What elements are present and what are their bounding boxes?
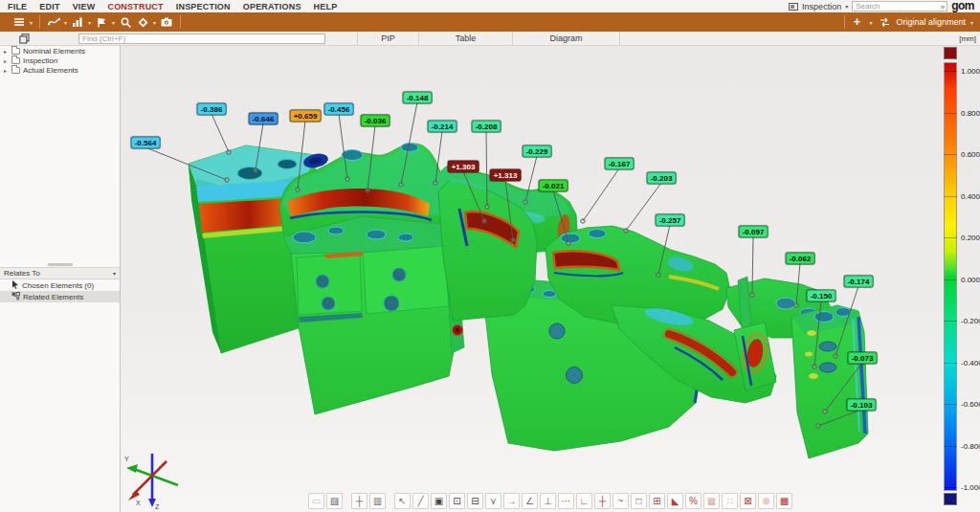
- toolbar-separator: [844, 15, 845, 29]
- leader-endpoint-marker: [813, 365, 816, 368]
- tree-item-actual-elements[interactable]: ▸Actual Elements: [0, 65, 120, 75]
- chevron-down-icon[interactable]: ▾: [969, 19, 974, 26]
- deviation-label[interactable]: -0.208: [472, 121, 501, 133]
- chevron-down-icon[interactable]: ▾: [868, 19, 873, 26]
- chevron-down-icon[interactable]: ▾: [111, 19, 116, 26]
- deviation-label[interactable]: -0.203: [647, 172, 677, 185]
- 3d-viewport[interactable]: -0.564-0.386-0.646+0.659-0.456-0.036-0.1…: [121, 46, 980, 512]
- chevron-down-icon[interactable]: ▾: [845, 3, 848, 10]
- alignment-selector[interactable]: Original alignment: [896, 17, 966, 27]
- tab-pip[interactable]: PIP: [357, 32, 418, 45]
- deviation-label[interactable]: -0.646: [249, 113, 278, 125]
- deviation-label[interactable]: -0.148: [403, 92, 433, 104]
- slot-tool-icon: ⊟: [471, 496, 479, 506]
- slot-tool-button[interactable]: ⊟: [467, 493, 483, 509]
- circle-tool-button[interactable]: ⊡: [449, 493, 465, 509]
- layers-icon[interactable]: [19, 33, 30, 46]
- main-menu-icon[interactable]: [11, 14, 27, 30]
- selection-tool-button[interactable]: ┼: [351, 493, 368, 509]
- axis-z-label: Z: [155, 503, 160, 510]
- deviation-label[interactable]: -0.021: [539, 180, 568, 192]
- deviation-label[interactable]: -0.456: [324, 103, 354, 116]
- tree-item-nominal-elements[interactable]: ▸Nominal Elements: [0, 46, 120, 56]
- angle-tool-button[interactable]: ∠: [522, 493, 538, 509]
- report-check-button[interactable]: ⊠: [740, 493, 756, 509]
- deviation-label[interactable]: -0.036: [361, 115, 390, 127]
- flag-tool-icon[interactable]: [94, 14, 109, 30]
- deviation-label[interactable]: -0.062: [786, 253, 815, 265]
- surface-comparison-button[interactable]: ▨: [326, 493, 343, 509]
- chevron-down-icon[interactable]: ▾: [113, 270, 116, 277]
- alignment-icon[interactable]: [877, 14, 892, 30]
- panel-header-row: Find (Ctrl+F) PIPTableDiagram [mm]: [0, 32, 980, 46]
- tree-item-inspection[interactable]: ▸Inspection: [0, 56, 120, 65]
- perpendicular-tool-button[interactable]: ⊥: [540, 493, 556, 509]
- box-check-button[interactable]: ⊞: [649, 493, 665, 509]
- cone-tool-button[interactable]: ⋎: [485, 493, 501, 509]
- deviation-label[interactable]: -0.229: [523, 145, 552, 158]
- deviation-label[interactable]: +1.313: [490, 169, 522, 182]
- line-tool-icon: ╱: [417, 496, 423, 506]
- label-tool-button[interactable]: ▭: [308, 493, 324, 509]
- chart-tool-icon[interactable]: [70, 14, 85, 30]
- camera-icon[interactable]: [159, 14, 174, 30]
- menu-item-construct[interactable]: CONSTRUCT: [107, 2, 163, 11]
- relates-item-related-elements[interactable]: Related Elements: [0, 291, 120, 302]
- element-tool-icon[interactable]: [135, 14, 150, 30]
- menu-item-inspection[interactable]: INSPECTION: [176, 2, 231, 11]
- search-expand-icon[interactable]: »: [941, 2, 945, 12]
- plane-tool-button[interactable]: ▣: [431, 493, 447, 509]
- chevron-down-icon[interactable]: ▾: [87, 19, 92, 26]
- menu-item-help[interactable]: HELP: [314, 2, 338, 11]
- point-pick-button[interactable]: ↖: [394, 493, 411, 509]
- grid-check-icon: ▦: [707, 496, 716, 506]
- deviation-label[interactable]: -0.103: [847, 399, 877, 412]
- menu-item-view[interactable]: VIEW: [73, 2, 96, 11]
- menu-item-file[interactable]: FILE: [8, 2, 27, 11]
- line-tool-button[interactable]: ╱: [412, 493, 429, 509]
- deviation-label[interactable]: -0.257: [656, 214, 685, 227]
- deviation-label[interactable]: +0.659: [290, 110, 322, 122]
- expand-caret-icon[interactable]: ▸: [4, 57, 9, 64]
- deviation-label[interactable]: -0.564: [131, 137, 161, 149]
- model-wing-plates[interactable]: [283, 216, 464, 414]
- relates-item-chosen-elements-0-[interactable]: Chosen Elements (0): [0, 279, 120, 291]
- grid-check-button[interactable]: ▦: [703, 493, 720, 509]
- deviation-label[interactable]: -0.097: [739, 226, 768, 238]
- chevron-down-icon[interactable]: ▾: [63, 19, 68, 26]
- curve-tool-icon[interactable]: [46, 14, 61, 30]
- deviation-label[interactable]: -0.150: [807, 290, 836, 302]
- relates-to-header[interactable]: Relates To ▾: [0, 267, 120, 279]
- deviation-label[interactable]: -0.167: [605, 158, 635, 170]
- deviation-label[interactable]: -0.073: [848, 352, 878, 365]
- find-input[interactable]: Find (Ctrl+F): [78, 33, 325, 44]
- section-tool-button[interactable]: ▥: [369, 493, 386, 509]
- deviation-label[interactable]: +1.303: [448, 161, 479, 173]
- deviation-label[interactable]: -0.386: [197, 103, 227, 116]
- link-check-button[interactable]: %: [685, 493, 702, 509]
- deviation-label[interactable]: -0.214: [428, 121, 457, 133]
- deviation-label[interactable]: -0.174: [844, 276, 874, 288]
- workspace-selector[interactable]: Inspection: [802, 2, 841, 11]
- expand-check-button[interactable]: ∷: [722, 493, 738, 509]
- tab-diagram[interactable]: Diagram: [512, 32, 620, 45]
- rectangle-check-button[interactable]: □: [631, 493, 647, 509]
- datum-cross-button[interactable]: ┼: [594, 493, 611, 509]
- vector-tool-button[interactable]: →: [503, 493, 520, 509]
- expand-caret-icon[interactable]: ▸: [4, 67, 9, 74]
- chevron-down-icon[interactable]: ▾: [152, 19, 157, 26]
- search-tool-icon[interactable]: [118, 14, 133, 30]
- curve-check-button[interactable]: ~: [612, 493, 629, 509]
- datum-angle-button[interactable]: ∟: [576, 493, 592, 509]
- angle-dim-button[interactable]: ◣: [667, 493, 683, 509]
- add-element-button[interactable]: +: [849, 14, 864, 30]
- menu-item-edit[interactable]: EDIT: [39, 2, 59, 11]
- expand-caret-icon[interactable]: ▸: [4, 48, 9, 55]
- chevron-down-icon[interactable]: ▾: [29, 19, 33, 26]
- pattern-check-button[interactable]: ▩: [776, 493, 792, 509]
- tab-table[interactable]: Table: [418, 32, 512, 45]
- construction-tool-button[interactable]: ⋯: [558, 493, 574, 509]
- menu-item-operations[interactable]: OPERATIONS: [243, 2, 301, 11]
- delete-check-button[interactable]: ⊗: [758, 493, 774, 509]
- search-input[interactable]: Search »: [852, 1, 947, 11]
